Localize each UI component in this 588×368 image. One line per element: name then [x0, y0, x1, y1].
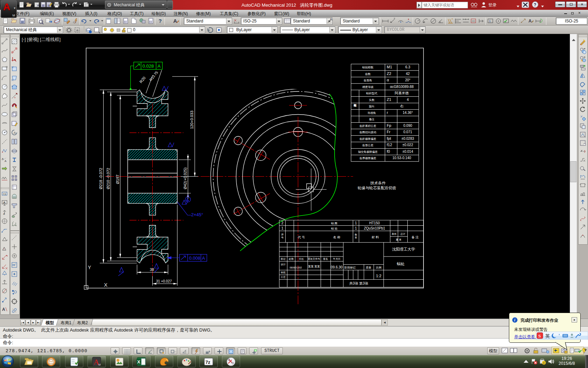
svg-text:A: A: [528, 19, 532, 23]
svg-text:齿形公差: 齿形公差: [362, 144, 373, 147]
svg-text:S: S: [538, 333, 541, 339]
svg-text:A: A: [186, 198, 189, 202]
svg-text:1:2: 1:2: [376, 274, 381, 278]
svg-text:精度等级: 精度等级: [362, 86, 373, 89]
svg-text:共3张 第3张: 共3张 第3张: [349, 281, 368, 285]
svg-text:阶段标记: 阶段标记: [344, 266, 356, 269]
svg-text:量: 量: [355, 236, 357, 239]
svg-text:A: A: [173, 18, 177, 24]
svg-text:Z1: Z1: [387, 97, 391, 102]
svg-text:轴交角极限偏差: 轴交角极限偏差: [358, 150, 378, 154]
svg-text:Ø197: Ø197: [115, 175, 120, 184]
svg-text:0.028: 0.028: [142, 63, 154, 69]
svg-text:2×45°: 2×45°: [191, 212, 203, 217]
svg-text:旋向: 旋向: [369, 105, 374, 108]
svg-text:A: A: [158, 63, 161, 69]
svg-text:f12: f12: [387, 143, 392, 147]
svg-text:签名: 签名: [323, 258, 328, 260]
svg-text:蜗轮模数: 蜗轮模数: [362, 66, 373, 69]
svg-text:材 料: 材 料: [371, 236, 379, 239]
svg-text:A: A: [202, 255, 205, 261]
svg-text:沈阳理工大学: 沈阳理工大学: [392, 247, 415, 251]
svg-text:数: 数: [355, 233, 357, 236]
svg-text:ZQuSn10Pb1: ZQuSn10Pb1: [364, 226, 385, 230]
svg-text:2: 2: [281, 221, 284, 225]
svg-text:重 量: 重 量: [396, 238, 401, 241]
svg-text:右: 右: [400, 104, 404, 108]
svg-text:备注: 备注: [369, 118, 374, 121]
svg-text:Fp: Fp: [387, 123, 391, 128]
svg-text:备 注: 备 注: [412, 236, 419, 239]
svg-text:α: α: [387, 78, 389, 82]
svg-text:fpt: fpt: [387, 136, 391, 141]
svg-text:f0: f0: [387, 149, 390, 154]
svg-text:年月日: 年月日: [333, 258, 341, 260]
svg-text:R13.75: R13.75: [149, 70, 159, 82]
svg-text:M: M: [98, 363, 101, 366]
svg-text:0.008: 0.008: [189, 255, 201, 261]
svg-text:Fr: Fr: [387, 130, 391, 134]
svg-text:1: 1: [281, 226, 284, 230]
svg-text:蜗 轮: 蜗 轮: [331, 227, 337, 230]
svg-text:分区: 分区: [299, 258, 304, 260]
svg-text:1: 1: [489, 19, 491, 23]
svg-text:A: A: [5, 159, 7, 163]
svg-text:审核: 审核: [281, 271, 286, 274]
svg-text:名 称: 名 称: [333, 236, 341, 239]
svg-text:齿距累积公差: 齿距累积公差: [359, 124, 376, 128]
svg-text:120+0.033: 120+0.033: [190, 111, 194, 129]
svg-text:X: X: [104, 282, 107, 288]
svg-text:Ø42(+0.025): Ø42(+0.025): [183, 168, 187, 189]
svg-text:头数: 头数: [369, 98, 374, 102]
svg-text:A: A: [330, 18, 332, 21]
svg-text:英: 英: [545, 333, 550, 339]
svg-text:38: 38: [150, 267, 154, 272]
svg-text:齿数: 齿数: [365, 73, 371, 76]
svg-text:齿距极限偏差: 齿距极限偏差: [359, 137, 376, 141]
svg-text:A: A: [2, 157, 4, 161]
svg-text:某某 某某: 某某 某某: [308, 265, 320, 268]
svg-text:号: 号: [281, 236, 284, 239]
svg-text:4: 4: [407, 98, 409, 102]
svg-text:R20: R20: [139, 76, 146, 84]
svg-text:αcGB10089-88: αcGB10089-88: [390, 85, 414, 89]
svg-text:质量: 质量: [366, 266, 371, 269]
svg-text:1: 1: [355, 221, 357, 225]
svg-text:齿厚极限偏差: 齿厚极限偏差: [359, 157, 376, 160]
svg-text:处数: 处数: [289, 258, 294, 260]
svg-text:0.071: 0.071: [403, 130, 412, 134]
svg-text:+1: +1: [3, 192, 6, 196]
svg-text:’: ’: [559, 333, 560, 338]
svg-text:M1: M1: [387, 65, 392, 69]
svg-text:蜗杆型式: 蜗杆型式: [366, 92, 377, 95]
svg-text:6.3: 6.3: [405, 65, 410, 69]
svg-text:7z: 7z: [205, 360, 210, 365]
svg-text:代 号: 代 号: [298, 236, 305, 239]
svg-text:09.6.30: 09.6.30: [331, 265, 343, 269]
svg-text:?: ?: [159, 18, 162, 24]
svg-text:±0.0283: ±0.0283: [401, 137, 414, 141]
svg-text:!: !: [4, 248, 5, 250]
svg-text:更改文件号: 更改文件号: [308, 257, 320, 260]
svg-text:轮缘与轮芯装配后切齿: 轮缘与轮芯装配后切齿: [357, 186, 396, 190]
svg-text:蜗轮: 蜗轮: [397, 262, 405, 266]
svg-text:Ø210 -0.072: Ø210 -0.072: [106, 168, 110, 189]
svg-text:!: !: [543, 361, 544, 365]
svg-text:齿形角: 齿形角: [364, 79, 372, 82]
svg-text:比例: 比例: [376, 266, 382, 269]
svg-text:A: A: [3, 201, 6, 204]
svg-text:Y: Y: [88, 265, 91, 270]
svg-text:1: 1: [355, 226, 357, 230]
svg-text:HT150: HT150: [369, 221, 380, 225]
svg-text:蜗 圈: 蜗 圈: [331, 222, 337, 225]
svg-text:14.36°: 14.36°: [402, 111, 413, 115]
svg-text:导程角: 导程角: [368, 111, 376, 115]
svg-text:0.090: 0.090: [403, 124, 412, 128]
svg-text:20°: 20°: [405, 78, 410, 82]
svg-text:r: r: [387, 110, 388, 115]
svg-text:技术条件: 技术条件: [370, 181, 386, 185]
svg-text:10.53-0.140: 10.53-0.140: [392, 156, 411, 160]
svg-text:齿圈径向跳动: 齿圈径向跳动: [359, 131, 376, 134]
svg-text:阿基米德: 阿基米德: [395, 91, 409, 95]
svg-text:单件: 单件: [392, 233, 397, 236]
